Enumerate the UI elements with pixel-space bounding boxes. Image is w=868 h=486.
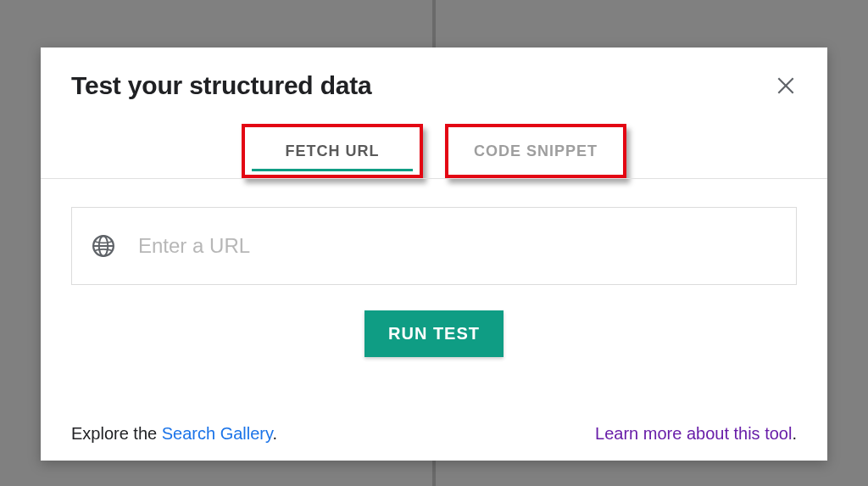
search-gallery-link[interactable]: Search Gallery <box>162 424 273 443</box>
footer-right-suffix: . <box>792 424 797 443</box>
modal-header: Test your structured data <box>71 71 797 100</box>
structured-data-modal: Test your structured data FETCH URL CODE… <box>41 47 827 461</box>
tab-code-snippet[interactable]: CODE SNIPPET <box>448 127 623 175</box>
modal-footer: Explore the Search Gallery. Learn more a… <box>71 399 797 444</box>
footer-text: Explore the <box>71 424 162 443</box>
page-background: Test your structured data FETCH URL CODE… <box>0 0 868 486</box>
footer-right: Learn more about this tool. <box>595 424 797 444</box>
modal-title: Test your structured data <box>71 71 372 100</box>
globe-icon <box>91 233 116 259</box>
run-test-label: RUN TEST <box>388 324 480 343</box>
learn-more-link[interactable]: Learn more about this tool <box>595 424 792 443</box>
footer-text-suffix: . <box>273 424 278 443</box>
tab-fetch-url[interactable]: FETCH URL <box>245 127 420 175</box>
tabs-underline <box>41 178 827 179</box>
footer-left: Explore the Search Gallery. <box>71 424 277 444</box>
annotation-highlight-code-snippet: CODE SNIPPET <box>445 124 626 178</box>
tab-label: CODE SNIPPET <box>474 142 598 160</box>
close-button[interactable] <box>775 75 797 97</box>
tab-label: FETCH URL <box>286 142 380 160</box>
run-row: RUN TEST <box>71 310 797 357</box>
run-test-button[interactable]: RUN TEST <box>364 310 504 357</box>
url-input[interactable] <box>138 234 777 258</box>
close-icon <box>775 75 797 97</box>
url-input-container <box>71 207 797 285</box>
tabs-row: FETCH URL CODE SNIPPET <box>71 124 797 178</box>
annotation-highlight-fetch-url: FETCH URL <box>242 124 423 178</box>
